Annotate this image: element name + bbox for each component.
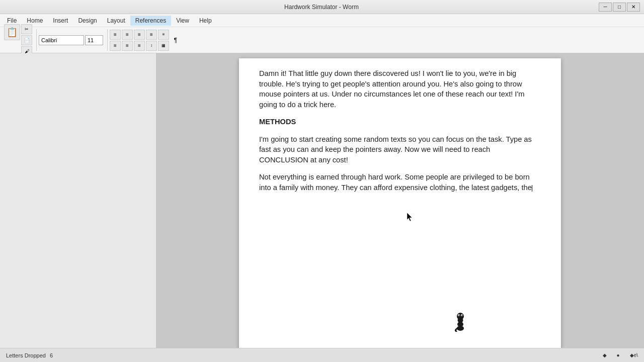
title-bar-controls: ─ □ ✕ [599, 3, 640, 12]
maximize-button[interactable]: □ [613, 3, 626, 12]
menu-bar: File Home Insert Design Layout Reference… [0, 14, 644, 27]
menu-insert[interactable]: Insert [48, 16, 73, 26]
document-page[interactable]: Damn it! That little guy down there disc… [239, 58, 561, 348]
cut-button[interactable]: ✂ [21, 24, 32, 34]
ribbon: 📋 ✂ 📄 🖌 ≡ ≡ ≡ ≡ ≡ [0, 27, 644, 53]
title-bar-title: Hardwork Simulator - Worm [44, 4, 599, 11]
paste-button[interactable]: 📋 [4, 24, 20, 40]
document-area[interactable]: Damn it! That little guy down there disc… [156, 53, 644, 348]
left-panel [0, 53, 156, 348]
menu-view[interactable]: View [171, 16, 194, 26]
paragraph-methods-body: I'm going to start creating some random … [259, 134, 541, 165]
minimize-button[interactable]: ─ [599, 3, 612, 12]
mouse-cursor-position [405, 212, 415, 226]
indent-increase-button[interactable]: ≡ [122, 41, 133, 51]
font-name-row [39, 35, 103, 45]
status-bar: Letters Dropped 6 ◆ ● ◆e\ [0, 348, 644, 362]
mouse-cursor-icon [405, 212, 415, 223]
list-button[interactable]: ≡ [158, 30, 169, 40]
show-formatting-button[interactable]: ¶ [170, 35, 181, 45]
text-cursor [532, 185, 532, 192]
align-row-2: ≡ ≡ ≡ ↕ ▦ [110, 41, 169, 51]
worm-container [450, 309, 470, 335]
menu-help[interactable]: Help [194, 16, 217, 26]
status-icon-1: ◆ [603, 352, 607, 358]
svg-point-3 [457, 313, 464, 320]
indent-decrease-button[interactable]: ≡ [110, 41, 121, 51]
random-text-content: Not everything is earned through hard wo… [259, 173, 532, 192]
menu-design[interactable]: Design [73, 16, 102, 26]
copy-button[interactable]: 📄 [21, 35, 32, 45]
font-size-input[interactable] [85, 35, 103, 45]
paragraph-intro: Damn it! That little guy down there disc… [259, 68, 541, 110]
title-bar: Hardwork Simulator - Worm ─ □ ✕ [0, 0, 644, 14]
align-center-button[interactable]: ≡ [122, 30, 133, 40]
main-area: Damn it! That little guy down there disc… [0, 53, 644, 348]
close-button[interactable]: ✕ [627, 3, 640, 12]
align-right-button[interactable]: ≡ [134, 30, 145, 40]
align-row-1: ≡ ≡ ≡ ≡ ≡ [110, 30, 169, 40]
line-spacing-button[interactable]: ≡ [134, 41, 145, 51]
paragraph-group: ≡ ≡ ≡ ≡ ≡ ≡ ≡ ≡ ↕ ▦ [110, 30, 169, 51]
status-left: Letters Dropped 6 [6, 352, 53, 358]
ribbon-clipboard: 📋 ✂ 📄 🖌 [4, 29, 37, 51]
ribbon-paragraph: ≡ ≡ ≡ ≡ ≡ ≡ ≡ ≡ ↕ ▦ ¶ [110, 29, 185, 51]
svg-point-6 [459, 315, 460, 316]
font-group [39, 35, 103, 45]
font-name-input[interactable] [39, 35, 84, 45]
border-button[interactable]: ▦ [158, 41, 169, 51]
menu-references[interactable]: References [130, 16, 171, 26]
status-icon-2: ● [617, 352, 620, 358]
worm-icon [450, 309, 470, 332]
status-right: ◆ ● ◆e\ [603, 352, 638, 358]
status-icon-3: ◆e\ [630, 352, 638, 358]
svg-point-7 [462, 315, 463, 316]
sort-button[interactable]: ↕ [146, 41, 157, 51]
menu-layout[interactable]: Layout [102, 16, 130, 26]
paragraph-random-text: Not everything is earned through hard wo… [259, 172, 541, 193]
ribbon-font [39, 29, 108, 51]
paragraph-methods-heading: METHODS [259, 117, 541, 127]
letters-dropped-label: Letters Dropped [6, 352, 46, 358]
letters-dropped-value: 6 [50, 352, 53, 358]
align-justify-button[interactable]: ≡ [146, 30, 157, 40]
align-left-button[interactable]: ≡ [110, 30, 121, 40]
